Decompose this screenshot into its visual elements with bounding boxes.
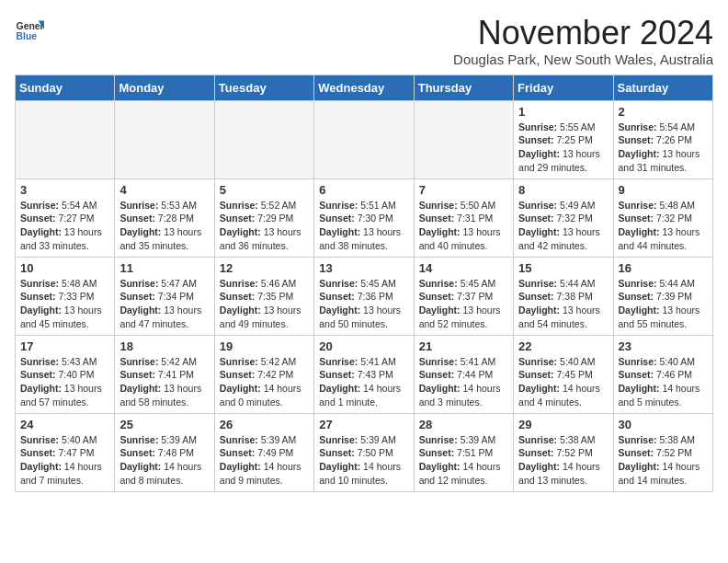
day-number: 25 bbox=[119, 418, 209, 431]
calendar-day-cell: 25Sunrise: 5:39 AMSunset: 7:48 PMDayligh… bbox=[115, 413, 214, 491]
day-info: Sunrise: 5:38 AMSunset: 7:52 PMDaylight:… bbox=[619, 433, 708, 488]
calendar-week-row: 3Sunrise: 5:54 AMSunset: 7:27 PMDaylight… bbox=[16, 178, 713, 257]
calendar-week-row: 1Sunrise: 5:55 AMSunset: 7:25 PMDaylight… bbox=[16, 100, 713, 178]
day-number: 26 bbox=[220, 418, 309, 431]
calendar-day-cell: 12Sunrise: 5:46 AMSunset: 7:35 PMDayligh… bbox=[214, 257, 313, 335]
day-info: Sunrise: 5:51 AMSunset: 7:30 PMDaylight:… bbox=[319, 199, 408, 253]
calendar-day-header: Thursday bbox=[414, 75, 513, 100]
day-number: 23 bbox=[619, 339, 708, 353]
day-number: 18 bbox=[119, 339, 209, 353]
calendar-day-cell: 8Sunrise: 5:49 AMSunset: 7:32 PMDaylight… bbox=[514, 178, 613, 257]
day-info: Sunrise: 5:39 AMSunset: 7:48 PMDaylight:… bbox=[119, 433, 209, 488]
day-number: 15 bbox=[518, 261, 608, 275]
calendar-day-cell: 21Sunrise: 5:41 AMSunset: 7:44 PMDayligh… bbox=[414, 335, 513, 413]
location-title: Douglas Park, New South Wales, Australia bbox=[453, 52, 713, 67]
day-info: Sunrise: 5:42 AMSunset: 7:41 PMDaylight:… bbox=[119, 355, 209, 409]
calendar-day-cell: 22Sunrise: 5:40 AMSunset: 7:45 PMDayligh… bbox=[514, 335, 613, 413]
day-number: 17 bbox=[20, 339, 109, 353]
day-info: Sunrise: 5:38 AMSunset: 7:52 PMDaylight:… bbox=[518, 433, 608, 488]
calendar-week-row: 17Sunrise: 5:43 AMSunset: 7:40 PMDayligh… bbox=[16, 335, 713, 413]
calendar-day-cell bbox=[314, 100, 414, 178]
day-number: 27 bbox=[319, 418, 408, 431]
day-info: Sunrise: 5:50 AMSunset: 7:31 PMDaylight:… bbox=[419, 199, 508, 253]
day-info: Sunrise: 5:39 AMSunset: 7:51 PMDaylight:… bbox=[419, 433, 508, 488]
day-number: 12 bbox=[220, 261, 309, 275]
day-number: 4 bbox=[119, 183, 209, 197]
calendar-day-cell: 4Sunrise: 5:53 AMSunset: 7:28 PMDaylight… bbox=[115, 178, 214, 257]
calendar-day-header: Monday bbox=[115, 75, 214, 100]
day-info: Sunrise: 5:54 AMSunset: 7:26 PMDaylight:… bbox=[619, 121, 708, 175]
day-info: Sunrise: 5:39 AMSunset: 7:49 PMDaylight:… bbox=[220, 433, 309, 488]
day-info: Sunrise: 5:49 AMSunset: 7:32 PMDaylight:… bbox=[518, 199, 608, 253]
calendar-day-cell bbox=[214, 100, 313, 178]
calendar-day-cell: 15Sunrise: 5:44 AMSunset: 7:38 PMDayligh… bbox=[514, 257, 613, 335]
day-info: Sunrise: 5:43 AMSunset: 7:40 PMDaylight:… bbox=[20, 355, 109, 409]
day-number: 10 bbox=[20, 261, 109, 275]
day-info: Sunrise: 5:53 AMSunset: 7:28 PMDaylight:… bbox=[119, 199, 209, 253]
calendar-day-cell: 16Sunrise: 5:44 AMSunset: 7:39 PMDayligh… bbox=[613, 257, 712, 335]
day-number: 30 bbox=[619, 418, 708, 431]
calendar-day-header: Tuesday bbox=[214, 75, 313, 100]
day-info: Sunrise: 5:48 AMSunset: 7:32 PMDaylight:… bbox=[619, 199, 708, 253]
day-info: Sunrise: 5:54 AMSunset: 7:27 PMDaylight:… bbox=[20, 199, 109, 253]
calendar-day-cell: 19Sunrise: 5:42 AMSunset: 7:42 PMDayligh… bbox=[214, 335, 313, 413]
day-info: Sunrise: 5:47 AMSunset: 7:34 PMDaylight:… bbox=[119, 277, 209, 331]
calendar-day-cell: 2Sunrise: 5:54 AMSunset: 7:26 PMDaylight… bbox=[613, 100, 712, 178]
calendar-day-cell bbox=[16, 100, 115, 178]
day-number: 24 bbox=[20, 418, 109, 431]
day-info: Sunrise: 5:44 AMSunset: 7:39 PMDaylight:… bbox=[619, 277, 708, 331]
calendar-day-header: Sunday bbox=[16, 75, 115, 100]
calendar-day-cell: 14Sunrise: 5:45 AMSunset: 7:37 PMDayligh… bbox=[414, 257, 513, 335]
calendar-day-header: Friday bbox=[514, 75, 613, 100]
calendar-day-cell: 26Sunrise: 5:39 AMSunset: 7:49 PMDayligh… bbox=[214, 413, 313, 491]
day-number: 29 bbox=[518, 418, 608, 431]
calendar-day-header: Wednesday bbox=[314, 75, 414, 100]
calendar-day-cell: 1Sunrise: 5:55 AMSunset: 7:25 PMDaylight… bbox=[514, 100, 613, 178]
day-number: 7 bbox=[419, 183, 508, 197]
calendar-day-cell: 27Sunrise: 5:39 AMSunset: 7:50 PMDayligh… bbox=[314, 413, 414, 491]
day-number: 22 bbox=[518, 339, 608, 353]
day-number: 1 bbox=[518, 105, 608, 119]
day-info: Sunrise: 5:45 AMSunset: 7:36 PMDaylight:… bbox=[319, 277, 408, 331]
day-number: 9 bbox=[619, 183, 708, 197]
day-info: Sunrise: 5:55 AMSunset: 7:25 PMDaylight:… bbox=[518, 121, 608, 175]
title-block: November 2024 Douglas Park, New South Wa… bbox=[453, 15, 713, 67]
day-number: 21 bbox=[419, 339, 508, 353]
calendar-day-cell: 23Sunrise: 5:40 AMSunset: 7:46 PMDayligh… bbox=[613, 335, 712, 413]
day-number: 19 bbox=[220, 339, 309, 353]
calendar-day-cell: 17Sunrise: 5:43 AMSunset: 7:40 PMDayligh… bbox=[16, 335, 115, 413]
calendar-day-cell: 20Sunrise: 5:41 AMSunset: 7:43 PMDayligh… bbox=[314, 335, 414, 413]
day-number: 14 bbox=[419, 261, 508, 275]
day-info: Sunrise: 5:40 AMSunset: 7:45 PMDaylight:… bbox=[518, 355, 608, 409]
calendar-day-cell: 10Sunrise: 5:48 AMSunset: 7:33 PMDayligh… bbox=[16, 257, 115, 335]
day-number: 11 bbox=[119, 261, 209, 275]
calendar-header-row: SundayMondayTuesdayWednesdayThursdayFrid… bbox=[16, 75, 713, 100]
month-title: November 2024 bbox=[453, 15, 713, 52]
day-info: Sunrise: 5:41 AMSunset: 7:44 PMDaylight:… bbox=[419, 355, 508, 409]
day-number: 16 bbox=[619, 261, 708, 275]
calendar-week-row: 24Sunrise: 5:40 AMSunset: 7:47 PMDayligh… bbox=[16, 413, 713, 491]
day-info: Sunrise: 5:52 AMSunset: 7:29 PMDaylight:… bbox=[220, 199, 309, 253]
calendar-day-cell bbox=[414, 100, 513, 178]
logo-icon: General Blue bbox=[15, 15, 44, 44]
day-number: 2 bbox=[619, 105, 708, 119]
page-header: General Blue November 2024 Douglas Park,… bbox=[15, 15, 713, 67]
day-number: 5 bbox=[220, 183, 309, 197]
calendar-table: SundayMondayTuesdayWednesdayThursdayFrid… bbox=[15, 75, 713, 492]
day-info: Sunrise: 5:45 AMSunset: 7:37 PMDaylight:… bbox=[419, 277, 508, 331]
svg-text:Blue: Blue bbox=[17, 31, 38, 41]
calendar-day-cell: 11Sunrise: 5:47 AMSunset: 7:34 PMDayligh… bbox=[115, 257, 214, 335]
day-info: Sunrise: 5:40 AMSunset: 7:47 PMDaylight:… bbox=[20, 433, 109, 488]
logo: General Blue bbox=[15, 15, 44, 44]
calendar-day-cell: 3Sunrise: 5:54 AMSunset: 7:27 PMDaylight… bbox=[16, 178, 115, 257]
day-number: 3 bbox=[20, 183, 109, 197]
day-info: Sunrise: 5:40 AMSunset: 7:46 PMDaylight:… bbox=[619, 355, 708, 409]
calendar-day-cell: 13Sunrise: 5:45 AMSunset: 7:36 PMDayligh… bbox=[314, 257, 414, 335]
calendar-day-cell bbox=[115, 100, 214, 178]
day-number: 13 bbox=[319, 261, 408, 275]
calendar-day-cell: 24Sunrise: 5:40 AMSunset: 7:47 PMDayligh… bbox=[16, 413, 115, 491]
day-info: Sunrise: 5:41 AMSunset: 7:43 PMDaylight:… bbox=[319, 355, 408, 409]
day-number: 8 bbox=[518, 183, 608, 197]
calendar-week-row: 10Sunrise: 5:48 AMSunset: 7:33 PMDayligh… bbox=[16, 257, 713, 335]
day-info: Sunrise: 5:48 AMSunset: 7:33 PMDaylight:… bbox=[20, 277, 109, 331]
